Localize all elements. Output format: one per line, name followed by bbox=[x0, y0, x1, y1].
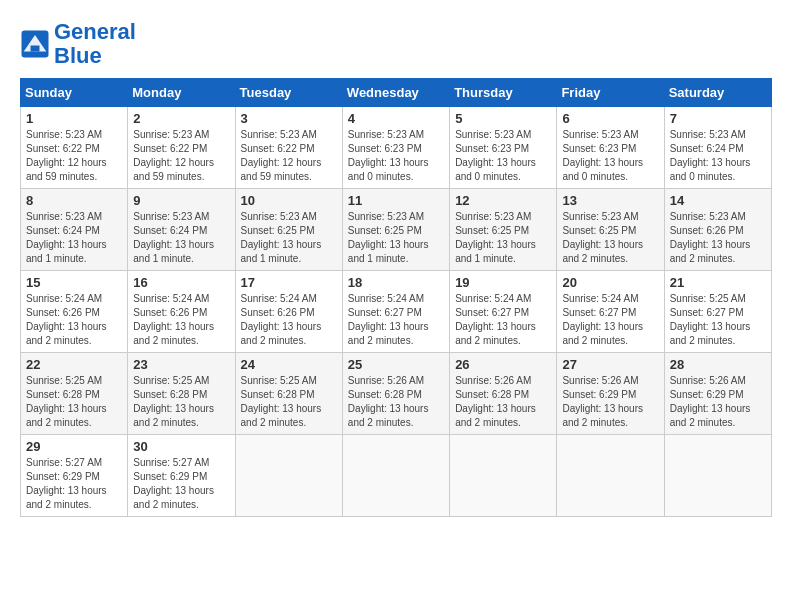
day-header-sunday: Sunday bbox=[21, 79, 128, 107]
header: General Blue bbox=[20, 20, 772, 68]
calendar-cell: 23Sunrise: 5:25 AMSunset: 6:28 PMDayligh… bbox=[128, 353, 235, 435]
calendar-cell bbox=[664, 435, 771, 517]
day-info: Sunrise: 5:23 AMSunset: 6:23 PMDaylight:… bbox=[455, 129, 536, 182]
day-info: Sunrise: 5:23 AMSunset: 6:23 PMDaylight:… bbox=[562, 129, 643, 182]
calendar-cell: 30Sunrise: 5:27 AMSunset: 6:29 PMDayligh… bbox=[128, 435, 235, 517]
day-header-tuesday: Tuesday bbox=[235, 79, 342, 107]
day-info: Sunrise: 5:23 AMSunset: 6:24 PMDaylight:… bbox=[133, 211, 214, 264]
logo-text: General Blue bbox=[54, 20, 136, 68]
day-number: 27 bbox=[562, 357, 658, 372]
day-number: 23 bbox=[133, 357, 229, 372]
day-info: Sunrise: 5:26 AMSunset: 6:29 PMDaylight:… bbox=[670, 375, 751, 428]
day-info: Sunrise: 5:23 AMSunset: 6:24 PMDaylight:… bbox=[26, 211, 107, 264]
calendar-cell: 14Sunrise: 5:23 AMSunset: 6:26 PMDayligh… bbox=[664, 189, 771, 271]
calendar-cell: 4Sunrise: 5:23 AMSunset: 6:23 PMDaylight… bbox=[342, 107, 449, 189]
calendar-cell: 19Sunrise: 5:24 AMSunset: 6:27 PMDayligh… bbox=[450, 271, 557, 353]
calendar-cell: 13Sunrise: 5:23 AMSunset: 6:25 PMDayligh… bbox=[557, 189, 664, 271]
day-number: 3 bbox=[241, 111, 337, 126]
day-number: 4 bbox=[348, 111, 444, 126]
day-header-monday: Monday bbox=[128, 79, 235, 107]
day-number: 28 bbox=[670, 357, 766, 372]
day-number: 26 bbox=[455, 357, 551, 372]
day-header-friday: Friday bbox=[557, 79, 664, 107]
day-info: Sunrise: 5:23 AMSunset: 6:25 PMDaylight:… bbox=[241, 211, 322, 264]
calendar-cell: 7Sunrise: 5:23 AMSunset: 6:24 PMDaylight… bbox=[664, 107, 771, 189]
day-number: 11 bbox=[348, 193, 444, 208]
logo-blue: Blue bbox=[54, 43, 102, 68]
day-header-wednesday: Wednesday bbox=[342, 79, 449, 107]
day-number: 29 bbox=[26, 439, 122, 454]
day-info: Sunrise: 5:24 AMSunset: 6:26 PMDaylight:… bbox=[241, 293, 322, 346]
calendar-cell: 15Sunrise: 5:24 AMSunset: 6:26 PMDayligh… bbox=[21, 271, 128, 353]
day-number: 8 bbox=[26, 193, 122, 208]
calendar-week-row: 29Sunrise: 5:27 AMSunset: 6:29 PMDayligh… bbox=[21, 435, 772, 517]
day-info: Sunrise: 5:23 AMSunset: 6:25 PMDaylight:… bbox=[455, 211, 536, 264]
day-info: Sunrise: 5:27 AMSunset: 6:29 PMDaylight:… bbox=[26, 457, 107, 510]
calendar-cell: 22Sunrise: 5:25 AMSunset: 6:28 PMDayligh… bbox=[21, 353, 128, 435]
day-info: Sunrise: 5:23 AMSunset: 6:24 PMDaylight:… bbox=[670, 129, 751, 182]
day-info: Sunrise: 5:24 AMSunset: 6:26 PMDaylight:… bbox=[26, 293, 107, 346]
calendar-cell: 28Sunrise: 5:26 AMSunset: 6:29 PMDayligh… bbox=[664, 353, 771, 435]
day-info: Sunrise: 5:23 AMSunset: 6:26 PMDaylight:… bbox=[670, 211, 751, 264]
day-info: Sunrise: 5:27 AMSunset: 6:29 PMDaylight:… bbox=[133, 457, 214, 510]
logo: General Blue bbox=[20, 20, 136, 68]
calendar-week-row: 15Sunrise: 5:24 AMSunset: 6:26 PMDayligh… bbox=[21, 271, 772, 353]
calendar-cell bbox=[342, 435, 449, 517]
day-info: Sunrise: 5:24 AMSunset: 6:27 PMDaylight:… bbox=[562, 293, 643, 346]
day-info: Sunrise: 5:23 AMSunset: 6:25 PMDaylight:… bbox=[562, 211, 643, 264]
calendar-cell: 1Sunrise: 5:23 AMSunset: 6:22 PMDaylight… bbox=[21, 107, 128, 189]
day-number: 12 bbox=[455, 193, 551, 208]
calendar-cell: 20Sunrise: 5:24 AMSunset: 6:27 PMDayligh… bbox=[557, 271, 664, 353]
day-info: Sunrise: 5:23 AMSunset: 6:22 PMDaylight:… bbox=[241, 129, 322, 182]
day-number: 6 bbox=[562, 111, 658, 126]
day-number: 18 bbox=[348, 275, 444, 290]
day-info: Sunrise: 5:23 AMSunset: 6:23 PMDaylight:… bbox=[348, 129, 429, 182]
calendar-cell: 2Sunrise: 5:23 AMSunset: 6:22 PMDaylight… bbox=[128, 107, 235, 189]
calendar-cell: 6Sunrise: 5:23 AMSunset: 6:23 PMDaylight… bbox=[557, 107, 664, 189]
day-header-saturday: Saturday bbox=[664, 79, 771, 107]
day-number: 22 bbox=[26, 357, 122, 372]
calendar-header-row: SundayMondayTuesdayWednesdayThursdayFrid… bbox=[21, 79, 772, 107]
day-number: 10 bbox=[241, 193, 337, 208]
day-info: Sunrise: 5:25 AMSunset: 6:28 PMDaylight:… bbox=[133, 375, 214, 428]
calendar-cell: 21Sunrise: 5:25 AMSunset: 6:27 PMDayligh… bbox=[664, 271, 771, 353]
day-number: 24 bbox=[241, 357, 337, 372]
day-info: Sunrise: 5:25 AMSunset: 6:28 PMDaylight:… bbox=[26, 375, 107, 428]
calendar-week-row: 1Sunrise: 5:23 AMSunset: 6:22 PMDaylight… bbox=[21, 107, 772, 189]
day-info: Sunrise: 5:23 AMSunset: 6:25 PMDaylight:… bbox=[348, 211, 429, 264]
day-number: 21 bbox=[670, 275, 766, 290]
day-number: 1 bbox=[26, 111, 122, 126]
calendar-cell: 27Sunrise: 5:26 AMSunset: 6:29 PMDayligh… bbox=[557, 353, 664, 435]
day-number: 5 bbox=[455, 111, 551, 126]
calendar-cell bbox=[450, 435, 557, 517]
calendar-cell bbox=[557, 435, 664, 517]
calendar-cell: 26Sunrise: 5:26 AMSunset: 6:28 PMDayligh… bbox=[450, 353, 557, 435]
day-info: Sunrise: 5:24 AMSunset: 6:27 PMDaylight:… bbox=[455, 293, 536, 346]
day-number: 7 bbox=[670, 111, 766, 126]
day-number: 16 bbox=[133, 275, 229, 290]
logo-general: General bbox=[54, 19, 136, 44]
logo-icon bbox=[20, 29, 50, 59]
calendar-cell: 3Sunrise: 5:23 AMSunset: 6:22 PMDaylight… bbox=[235, 107, 342, 189]
day-number: 2 bbox=[133, 111, 229, 126]
calendar-cell: 11Sunrise: 5:23 AMSunset: 6:25 PMDayligh… bbox=[342, 189, 449, 271]
calendar-cell: 24Sunrise: 5:25 AMSunset: 6:28 PMDayligh… bbox=[235, 353, 342, 435]
day-info: Sunrise: 5:23 AMSunset: 6:22 PMDaylight:… bbox=[133, 129, 214, 182]
calendar-cell: 9Sunrise: 5:23 AMSunset: 6:24 PMDaylight… bbox=[128, 189, 235, 271]
day-number: 17 bbox=[241, 275, 337, 290]
day-info: Sunrise: 5:26 AMSunset: 6:28 PMDaylight:… bbox=[348, 375, 429, 428]
day-info: Sunrise: 5:25 AMSunset: 6:28 PMDaylight:… bbox=[241, 375, 322, 428]
day-number: 13 bbox=[562, 193, 658, 208]
day-info: Sunrise: 5:24 AMSunset: 6:27 PMDaylight:… bbox=[348, 293, 429, 346]
day-info: Sunrise: 5:24 AMSunset: 6:26 PMDaylight:… bbox=[133, 293, 214, 346]
day-number: 9 bbox=[133, 193, 229, 208]
day-number: 15 bbox=[26, 275, 122, 290]
calendar-cell: 12Sunrise: 5:23 AMSunset: 6:25 PMDayligh… bbox=[450, 189, 557, 271]
calendar-table: SundayMondayTuesdayWednesdayThursdayFrid… bbox=[20, 78, 772, 517]
calendar-cell bbox=[235, 435, 342, 517]
day-number: 20 bbox=[562, 275, 658, 290]
day-number: 30 bbox=[133, 439, 229, 454]
day-info: Sunrise: 5:25 AMSunset: 6:27 PMDaylight:… bbox=[670, 293, 751, 346]
calendar-cell: 5Sunrise: 5:23 AMSunset: 6:23 PMDaylight… bbox=[450, 107, 557, 189]
day-info: Sunrise: 5:23 AMSunset: 6:22 PMDaylight:… bbox=[26, 129, 107, 182]
